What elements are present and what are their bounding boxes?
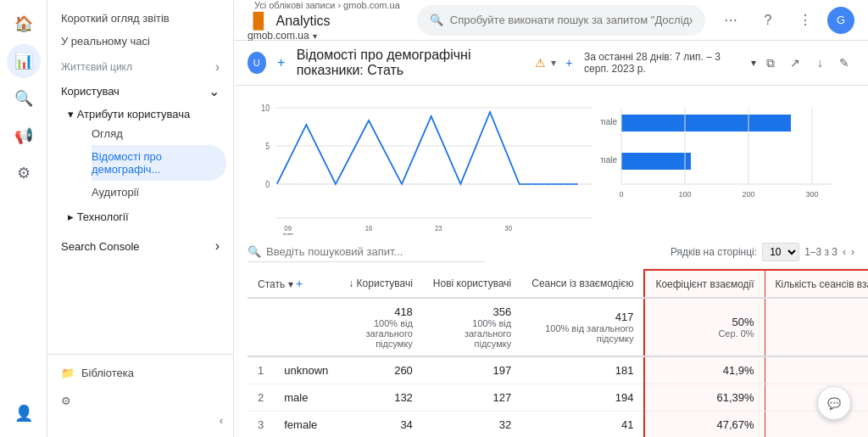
rows-per-page-control: Рядків на сторінці: 10 25 50 1–3 з 3 ‹ › xyxy=(670,243,854,261)
date-range-selector[interactable]: За останні 28 днів: 7 лип. – 3 серп. 202… xyxy=(584,51,756,75)
breadcrumb-notification: Усі облікові записи › gmob.com.ua xyxy=(248,0,407,12)
reports-icon[interactable]: 📊 xyxy=(7,44,41,78)
table-search-row: 🔍 Рядків на сторінці: 10 25 50 1–3 з 3 ‹… xyxy=(248,242,854,262)
svg-text:300: 300 xyxy=(805,190,818,199)
table-search-input[interactable] xyxy=(266,245,485,258)
summary-new-users: 356 100% від загального підсумку xyxy=(423,298,521,356)
sidebar-item-demographics[interactable]: Відомості про демографіч... xyxy=(92,145,226,181)
svg-rect-16 xyxy=(621,153,691,170)
table-area: 🔍 Рядків на сторінці: 10 25 50 1–3 з 3 ‹… xyxy=(234,235,868,437)
sidebar: Короткий огляд звітів У реальному часі Ж… xyxy=(47,0,234,437)
summary-sessions: 417 100% від загального підсумку xyxy=(521,298,644,356)
add-comparison-button[interactable]: + xyxy=(561,53,578,73)
svg-text:female: female xyxy=(600,155,617,165)
col-sessions-header[interactable]: Сеанси із взаємодією xyxy=(521,270,644,298)
icon-bar: 🏠 📊 🔍 📢 ⚙ 👤 xyxy=(0,0,47,437)
warning-icon: ⚠ xyxy=(535,56,546,70)
realtime-label: У реальному часі xyxy=(61,35,150,48)
sidebar-item-library[interactable]: 📁 Бібліотека xyxy=(47,361,226,384)
library-icon: 📁 xyxy=(61,367,75,379)
next-page-icon[interactable]: › xyxy=(851,246,854,258)
header-right: ⋯ ? ⋮ G xyxy=(715,5,854,36)
admin-icon[interactable]: 👤 xyxy=(7,396,41,430)
pagination-info: 1–3 з 3 xyxy=(804,246,837,258)
header-logo: ▐▌ Analytics xyxy=(248,12,407,30)
table-row: 1 unknown 260 197 181 41,9% 0,70 xyxy=(248,356,868,384)
edit-report-icon[interactable]: ✎ xyxy=(835,51,854,75)
rows-per-page-select[interactable]: 10 25 50 xyxy=(762,243,799,261)
report-toolbar: U + Відомості про демографічні показники… xyxy=(234,41,868,86)
content-area: U + Відомості про демографічні показники… xyxy=(234,41,868,437)
sidebar-section-user[interactable]: Користувач ⌄ xyxy=(47,80,233,101)
report-toolbar-right: За останні 28 днів: 7 лип. – 3 серп. 202… xyxy=(584,51,854,75)
table-row: 3 female 34 32 41 47,67% 1,21 xyxy=(248,412,868,438)
svg-text:5: 5 xyxy=(265,142,270,151)
settings-icon[interactable]: ⚙ xyxy=(61,395,71,407)
bar-chart: male female 0 100 200 300 xyxy=(600,99,854,235)
svg-text:100: 100 xyxy=(678,190,691,199)
explore-icon[interactable]: 🔍 xyxy=(7,81,41,115)
chart-area: 10 5 0 09 лип. 16 23 30 xyxy=(234,86,868,235)
sidebar-item-sub-overview[interactable]: Огляд xyxy=(92,122,226,145)
prev-page-icon[interactable]: ‹ xyxy=(843,246,846,258)
col-users-header[interactable]: ↓ Користувачі xyxy=(338,270,423,298)
data-table: Стать ▾ + ↓ Користувачі Нові користувачі… xyxy=(248,269,868,437)
col-engagement-rate-header[interactable]: Коефіцієнт взаємодії xyxy=(644,270,765,298)
sidebar-section-search-console[interactable]: Search Console › xyxy=(47,235,233,255)
sidebar-item-realtime[interactable]: У реальному часі xyxy=(47,30,226,53)
add-button[interactable]: + xyxy=(273,53,290,73)
sidebar-section-tech[interactable]: ▸ Технології xyxy=(47,207,233,225)
add-dimension-button[interactable]: + xyxy=(296,277,303,290)
sidebar-footer: 📁 Бібліотека ⚙ ‹ xyxy=(47,354,233,437)
more-options-icon[interactable]: ⋮ xyxy=(790,5,821,36)
domain-chevron-icon: ▾ xyxy=(313,31,317,41)
col-new-users-header[interactable]: Нові користувачі xyxy=(423,270,521,298)
sort-icon: ▾ xyxy=(288,278,293,290)
sidebar-section-lifecycle[interactable]: Життєвий цикл › xyxy=(47,56,233,76)
header: Усі облікові записи › gmob.com.ua ▐▌ Ana… xyxy=(234,0,868,41)
summary-users: 418 100% від загального підсумку xyxy=(338,298,423,356)
advertising-icon[interactable]: 📢 xyxy=(7,119,41,153)
svg-text:male: male xyxy=(600,117,617,126)
svg-text:0: 0 xyxy=(619,190,623,199)
report-avatar: U xyxy=(248,52,266,74)
apps-grid-icon[interactable]: ⋯ xyxy=(715,5,746,36)
sidebar-section-user-attrs[interactable]: ▾ Атрибути користувача xyxy=(61,104,233,122)
chat-icon[interactable]: 💬 xyxy=(817,386,851,420)
app-name: Analytics xyxy=(276,14,331,29)
search-input[interactable] xyxy=(450,14,693,26)
main-content: Усі облікові записи › gmob.com.ua ▐▌ Ana… xyxy=(234,0,868,437)
help-icon[interactable]: ? xyxy=(753,5,783,36)
col-sessions-per-user-header[interactable]: Кількість сеансів взаємодії на користува… xyxy=(765,270,868,298)
export-report-icon[interactable]: ↓ xyxy=(810,51,830,75)
analytics-bars-icon: ▐▌ xyxy=(248,12,270,30)
chevron-up-icon: ⌄ xyxy=(209,83,220,99)
chevron-icon: › xyxy=(215,59,220,75)
summary-row: 418 100% від загального підсумку 356 100… xyxy=(248,298,868,356)
configure-icon[interactable]: ⚙ xyxy=(7,156,41,190)
search-bar[interactable]: 🔍 xyxy=(417,5,705,36)
date-range-chevron-icon: ▾ xyxy=(751,57,756,69)
sidebar-item-audiences[interactable]: Аудиторії xyxy=(92,181,226,204)
avatar[interactable]: G xyxy=(827,7,854,34)
overview-label: Короткий огляд звітів xyxy=(61,12,170,25)
line-chart: 10 5 0 09 лип. 16 23 30 xyxy=(248,99,600,235)
copy-report-icon[interactable]: ⧉ xyxy=(761,51,781,75)
share-report-icon[interactable]: ↗ xyxy=(786,51,805,75)
report-title: Відомості про демографічні показники: Ст… xyxy=(297,48,577,78)
col-dimension-header[interactable]: Стать ▾ + xyxy=(248,270,338,298)
domain-selector[interactable]: gmob.com.ua ▾ xyxy=(248,30,407,42)
title-chevron-icon: ▾ xyxy=(551,57,556,69)
search-icon: 🔍 xyxy=(430,14,443,26)
table-search[interactable]: 🔍 xyxy=(248,242,485,262)
svg-text:10: 10 xyxy=(261,104,270,113)
sidebar-item-overview[interactable]: Короткий огляд звітів xyxy=(47,7,226,30)
table-row: 2 male 132 127 194 61,39% 1,47 xyxy=(248,384,868,412)
svg-text:30: 30 xyxy=(504,223,512,233)
home-icon[interactable]: 🏠 xyxy=(7,7,41,41)
chevron-right-icon: › xyxy=(215,238,220,254)
collapse-sidebar-button[interactable]: ‹ xyxy=(47,411,233,430)
svg-text:16: 16 xyxy=(365,223,373,233)
sidebar-sub-overview: Огляд Відомості про демографіч... Аудито… xyxy=(61,122,233,204)
summary-sessions-per-user: 1,00 Сер. 0% xyxy=(765,298,868,356)
